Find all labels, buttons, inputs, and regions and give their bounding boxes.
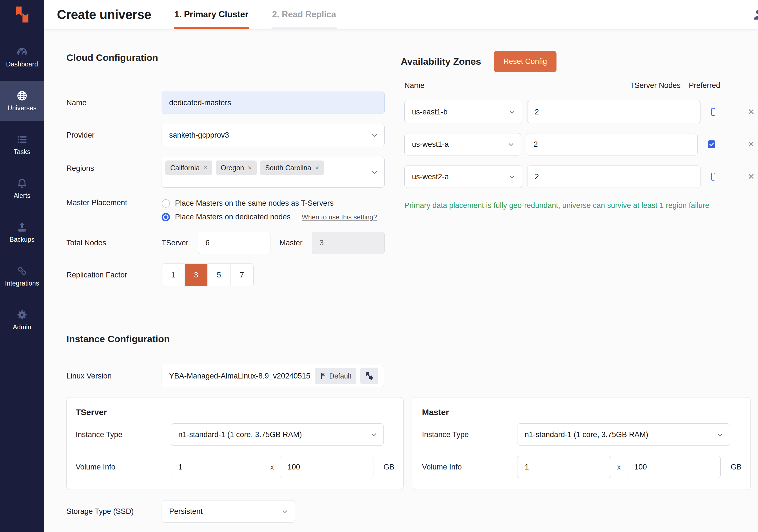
sidebar-item-label: Tasks bbox=[14, 148, 30, 156]
chevron-down-icon bbox=[507, 140, 515, 149]
az-row: us-west2-a ✕ bbox=[401, 165, 755, 188]
plug-icon bbox=[16, 265, 28, 277]
reset-config-button[interactable]: Reset Config bbox=[494, 51, 557, 72]
linux-version-field[interactable]: YBA-Managed-AlmaLinux-8.9_v20240515 Defa… bbox=[161, 365, 384, 387]
tserver-panel-title: TServer bbox=[76, 408, 394, 417]
instance-type-label: Instance Type bbox=[422, 430, 517, 439]
sidebar-item-integrations[interactable]: Integrations bbox=[0, 256, 44, 296]
placement-option-dedicated-nodes[interactable]: Place Masters on dedicated nodes When to… bbox=[161, 213, 377, 221]
upload-icon bbox=[16, 221, 28, 233]
az-tserver-nodes-input[interactable] bbox=[527, 101, 701, 123]
tserver-inline-label: TServer bbox=[161, 239, 189, 247]
rf-option-1[interactable]: 1 bbox=[162, 264, 185, 286]
tab-primary-cluster[interactable]: 1. Primary Cluster bbox=[174, 0, 249, 29]
yb-mark-icon bbox=[364, 371, 374, 381]
rf-option-3[interactable]: 3 bbox=[185, 264, 208, 286]
volume-unit-label: GB bbox=[384, 463, 394, 472]
chevron-down-icon bbox=[370, 168, 379, 176]
sidebar-item-label: Backups bbox=[10, 236, 35, 243]
preferred-checkbox-unchecked[interactable] bbox=[711, 173, 715, 181]
master-panel: Master Instance Type n1-standard-1 (1 co… bbox=[413, 397, 751, 490]
az-tserver-nodes-input[interactable] bbox=[527, 165, 701, 188]
region-chip: California × bbox=[165, 160, 212, 175]
remove-az-icon[interactable]: ✕ bbox=[748, 140, 755, 149]
master-instance-type-select[interactable]: n1-standard-1 (1 core, 3.75GB RAM) bbox=[517, 423, 730, 446]
remove-region-icon[interactable]: × bbox=[248, 165, 252, 171]
gauge-icon bbox=[16, 46, 28, 58]
content: Cloud Configuration Name Provider sanket… bbox=[44, 29, 758, 532]
storage-type-select[interactable]: Persistent bbox=[161, 500, 295, 522]
provider-value: sanketh-gcpprov3 bbox=[169, 131, 229, 140]
rf-option-7[interactable]: 7 bbox=[230, 264, 254, 286]
volume-count-input[interactable] bbox=[517, 456, 611, 478]
name-label: Name bbox=[66, 98, 161, 107]
user-avatar-icon[interactable] bbox=[752, 8, 758, 21]
regions-row: Regions California × Oregon × South Caro… bbox=[66, 157, 385, 188]
remove-az-icon[interactable]: ✕ bbox=[748, 108, 755, 116]
sidebar-item-backups[interactable]: Backups bbox=[0, 212, 44, 252]
instance-type-value: n1-standard-1 (1 core, 3.75GB RAM) bbox=[525, 430, 648, 439]
preferred-checkbox-unchecked[interactable] bbox=[711, 108, 715, 116]
radio-selected-icon[interactable] bbox=[161, 213, 170, 221]
replication-factor-group: 1 3 5 7 bbox=[161, 264, 254, 286]
task-list-icon bbox=[16, 134, 28, 145]
linux-version-value: YBA-Managed-AlmaLinux-8.9_v20240515 bbox=[169, 372, 310, 380]
regions-label: Regions bbox=[66, 157, 161, 173]
region-chip: South Carolina × bbox=[260, 160, 324, 175]
sidebar-item-dashboard[interactable]: Dashboard bbox=[0, 37, 44, 77]
provider-select[interactable]: sanketh-gcpprov3 bbox=[161, 124, 385, 146]
az-tserver-nodes-input[interactable] bbox=[526, 133, 698, 156]
wizard-tabs: 1. Primary Cluster 2. Read Replica bbox=[174, 0, 337, 29]
yb-image-button[interactable] bbox=[360, 368, 378, 384]
volume-info-row: Volume Info x GB bbox=[422, 456, 741, 478]
remove-region-icon[interactable]: × bbox=[204, 165, 207, 171]
sidebar-item-universes[interactable]: Universes bbox=[0, 81, 44, 121]
remove-region-icon[interactable]: × bbox=[315, 165, 319, 171]
region-chip-label: South Carolina bbox=[265, 164, 311, 172]
placement-option-label: Place Masters on the same nodes as T-Ser… bbox=[175, 199, 333, 208]
create-universe-screen: Dashboard Universes Tasks bbox=[0, 0, 758, 532]
instance-type-value: n1-standard-1 (1 core, 3.75GB RAM) bbox=[178, 430, 302, 439]
tserver-instance-type-select[interactable]: n1-standard-1 (1 core, 3.75GB RAM) bbox=[171, 423, 384, 446]
header-divider bbox=[744, 0, 744, 29]
chevron-down-icon bbox=[369, 430, 378, 439]
instance-type-row: Instance Type n1-standard-1 (1 core, 3.7… bbox=[422, 423, 741, 446]
tserver-nodes-input[interactable] bbox=[198, 232, 270, 254]
provider-row: Provider sanketh-gcpprov3 bbox=[66, 124, 385, 146]
volume-count-input[interactable] bbox=[171, 456, 264, 478]
sidebar-item-tasks[interactable]: Tasks bbox=[0, 124, 44, 165]
yugabyte-logo[interactable] bbox=[0, 0, 44, 33]
volume-multiplier: x bbox=[617, 463, 621, 471]
radio-unselected-icon[interactable] bbox=[161, 199, 170, 208]
az-zone-select[interactable]: us-west2-a bbox=[404, 165, 522, 188]
volume-info-row: Volume Info x GB bbox=[76, 456, 394, 478]
master-placement-label: Master Placement bbox=[66, 198, 161, 207]
when-to-use-link[interactable]: When to use this setting? bbox=[302, 213, 377, 221]
az-zone-select[interactable]: us-east1-b bbox=[404, 101, 522, 123]
volume-size-input[interactable] bbox=[280, 456, 373, 478]
default-badge: Default bbox=[315, 368, 357, 384]
globe-icon bbox=[16, 90, 28, 102]
az-column-headers: Name TServer Nodes Preferred bbox=[401, 81, 755, 91]
az-col-tserver-nodes: TServer Nodes bbox=[630, 81, 681, 90]
regions-multiselect[interactable]: California × Oregon × South Carolina × bbox=[161, 157, 385, 188]
tab-read-replica[interactable]: 2. Read Replica bbox=[272, 0, 337, 29]
name-row: Name bbox=[66, 91, 385, 114]
remove-az-icon[interactable]: ✕ bbox=[748, 172, 755, 181]
az-row: us-west1-a ✕ bbox=[401, 133, 755, 156]
sidebar-item-label: Integrations bbox=[5, 280, 39, 287]
rf-option-5[interactable]: 5 bbox=[208, 264, 230, 286]
total-nodes-row: Total Nodes TServer Master bbox=[66, 232, 385, 254]
universe-name-input[interactable] bbox=[161, 91, 385, 114]
az-zone-value: us-west1-a bbox=[412, 140, 449, 149]
preferred-checkbox-checked[interactable] bbox=[708, 140, 715, 148]
sidebar-item-alerts[interactable]: Alerts bbox=[0, 168, 44, 208]
placement-option-same-nodes[interactable]: Place Masters on the same nodes as T-Ser… bbox=[161, 199, 377, 208]
az-zone-select[interactable]: us-west1-a bbox=[404, 133, 521, 156]
volume-unit-label: GB bbox=[731, 463, 741, 472]
sidebar-item-admin[interactable]: Admin bbox=[0, 300, 44, 340]
geo-redundancy-message: Primary data placement is fully geo-redu… bbox=[401, 201, 755, 210]
volume-size-input[interactable] bbox=[627, 456, 721, 478]
instance-panels: TServer Instance Type n1-standard-1 (1 c… bbox=[66, 397, 751, 490]
cloud-configuration-section: Cloud Configuration Name Provider sanket… bbox=[66, 52, 385, 286]
